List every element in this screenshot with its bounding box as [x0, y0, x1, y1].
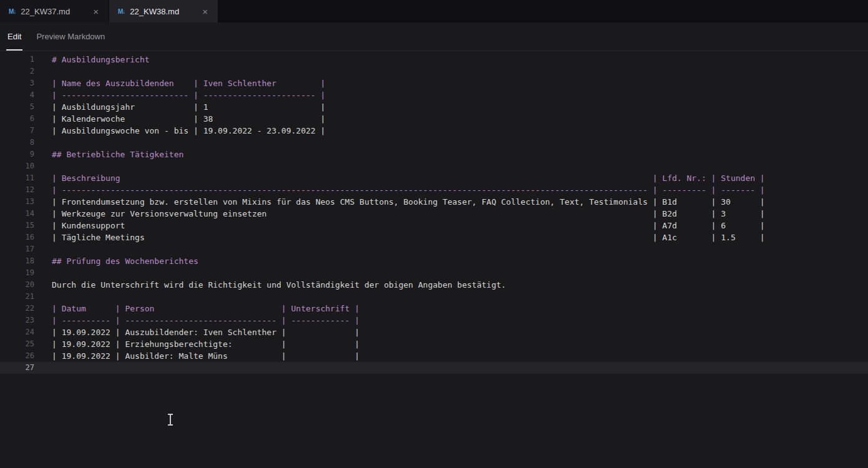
code-line[interactable]: 3| Name des Auszubildenden | Iven Schlen… — [0, 77, 868, 89]
code-line[interactable]: 24| 19.09.2022 | Auszubildender: Iven Sc… — [0, 326, 868, 338]
code-line[interactable]: 21 — [0, 291, 868, 303]
code-text — [34, 243, 52, 255]
code-line[interactable]: 6| Kalenderwoche | 38 | — [0, 113, 868, 125]
line-number: 24 — [0, 326, 34, 338]
line-number: 23 — [0, 314, 34, 326]
code-text — [34, 362, 52, 374]
line-number: 20 — [0, 279, 34, 291]
line-number: 25 — [0, 338, 34, 350]
markdown-file-icon: M↓ — [9, 8, 16, 15]
code-line[interactable]: 14| Werkzeuge zur Versionsverwaltung ein… — [0, 208, 868, 220]
ibeam-bottom-serif — [168, 424, 173, 426]
code-line[interactable]: 2 — [0, 66, 868, 77]
code-line[interactable]: 16| Tägliche Meetings | A1c | 1.5 | — [0, 232, 868, 243]
line-number: 6 — [0, 113, 34, 125]
code-line[interactable]: 1# Ausbildungsbericht — [0, 54, 868, 66]
line-number: 10 — [0, 160, 34, 172]
file-tab-bar: M↓ 22_KW37.md × M↓ 22_KW38.md × — [0, 0, 868, 22]
line-number: 14 — [0, 208, 34, 220]
line-number: 17 — [0, 243, 34, 255]
line-number: 11 — [0, 172, 34, 184]
line-number: 7 — [0, 125, 34, 137]
code-line[interactable]: 8 — [0, 137, 868, 149]
file-tab-22-kw38[interactable]: M↓ 22_KW38.md × — [109, 0, 218, 22]
line-number: 13 — [0, 196, 34, 208]
line-number: 27 — [0, 362, 34, 374]
ibeam-top-serif — [168, 414, 173, 415]
code-text: | 19.09.2022 | Erziehungsberechtigte: | … — [34, 338, 359, 350]
code-line[interactable]: 15| Kundensupport | A7d | 6 | — [0, 220, 868, 232]
code-text: # Ausbildungsbericht — [34, 54, 150, 66]
code-line[interactable]: 25| 19.09.2022 | Erziehungsberechtigte: … — [0, 338, 868, 350]
code-text: | 19.09.2022 | Auszubildender: Iven Schl… — [34, 326, 359, 338]
tab-edit[interactable]: Edit — [0, 22, 29, 51]
tab-preview-markdown-label: Preview Markdown — [36, 32, 105, 41]
line-number: 8 — [0, 137, 34, 149]
code-line[interactable]: 18## Prüfung des Wochenberichtes — [0, 255, 868, 267]
markdown-file-icon: M↓ — [118, 8, 125, 15]
code-text: | 19.09.2022 | Ausbilder: Malte Müns | | — [34, 350, 359, 362]
code-text: | Frontendumsetzung bzw. erstellen von M… — [34, 196, 765, 208]
line-number: 5 — [0, 101, 34, 113]
code-line[interactable]: 13| Frontendumsetzung bzw. erstellen von… — [0, 196, 868, 208]
line-number: 19 — [0, 267, 34, 279]
code-text: Durch die Unterschrift wird die Richtigk… — [34, 279, 506, 291]
line-number: 1 — [0, 54, 34, 66]
code-text — [34, 291, 52, 303]
code-text: | Ausbildungswoche von - bis | 19.09.202… — [34, 125, 325, 137]
code-text: | Ausbildungsjahr | 1 | — [34, 101, 325, 113]
text-cursor-pointer — [167, 414, 173, 426]
code-text — [34, 160, 52, 172]
code-line[interactable]: 4| -------------------------- | --------… — [0, 89, 868, 101]
line-number: 18 — [0, 255, 34, 267]
code-text: | Kalenderwoche | 38 | — [34, 113, 325, 125]
mode-tab-bar: Edit Preview Markdown — [0, 22, 868, 51]
code-text: ## Betriebliche Tätigkeiten — [34, 149, 183, 160]
line-number: 22 — [0, 303, 34, 314]
code-text: | Werkzeuge zur Versionsverwaltung einse… — [34, 208, 765, 220]
code-line[interactable]: 12| ------------------------------------… — [0, 184, 868, 196]
code-line[interactable]: 27 — [0, 362, 868, 374]
line-number: 4 — [0, 89, 34, 101]
code-line[interactable]: 11| Beschreibung | Lfd. Nr.: | Stunden | — [0, 172, 868, 184]
file-tab-label: 22_KW38.md — [130, 7, 179, 16]
code-text: | Name des Auszubildenden | Iven Schlent… — [34, 77, 325, 89]
code-text: | Beschreibung | Lfd. Nr.: | Stunden | — [34, 172, 765, 184]
code-text: | Tägliche Meetings | A1c | 1.5 | — [34, 232, 765, 243]
code-line[interactable]: 9## Betriebliche Tätigkeiten — [0, 149, 868, 160]
code-text: | Kundensupport | A7d | 6 | — [34, 220, 765, 232]
code-line[interactable]: 20Durch die Unterschrift wird die Richti… — [0, 279, 868, 291]
code-line[interactable]: 19 — [0, 267, 868, 279]
line-number: 15 — [0, 220, 34, 232]
tab-edit-label: Edit — [7, 32, 21, 41]
close-icon[interactable]: × — [92, 7, 100, 16]
code-line[interactable]: 10 — [0, 160, 868, 172]
file-tab-22-kw37[interactable]: M↓ 22_KW37.md × — [0, 0, 109, 22]
line-number: 3 — [0, 77, 34, 89]
line-number: 9 — [0, 149, 34, 160]
code-line[interactable]: 23| ---------- | -----------------------… — [0, 314, 868, 326]
code-line[interactable]: 5| Ausbildungsjahr | 1 | — [0, 101, 868, 113]
line-number: 26 — [0, 350, 34, 362]
tab-preview-markdown[interactable]: Preview Markdown — [29, 22, 112, 51]
code-line[interactable]: 26| 19.09.2022 | Ausbilder: Malte Müns |… — [0, 350, 868, 362]
code-text: | --------------------------------------… — [34, 184, 765, 196]
line-number: 2 — [0, 66, 34, 77]
file-tab-label: 22_KW37.md — [21, 7, 70, 16]
ibeam-stem — [170, 415, 171, 424]
code-line[interactable]: 7| Ausbildungswoche von - bis | 19.09.20… — [0, 125, 868, 137]
code-text — [34, 66, 52, 77]
code-line[interactable]: 17 — [0, 243, 868, 255]
code-text: ## Prüfung des Wochenberichtes — [34, 255, 198, 267]
line-number: 12 — [0, 184, 34, 196]
close-icon[interactable]: × — [201, 7, 209, 16]
code-text — [34, 267, 52, 279]
code-text: | Datum | Person | Unterschrift | — [34, 303, 359, 314]
code-line[interactable]: 22| Datum | Person | Unterschrift | — [0, 303, 868, 314]
line-number: 21 — [0, 291, 34, 303]
code-text: | ---------- | -------------------------… — [34, 314, 359, 326]
line-number: 16 — [0, 232, 34, 243]
code-text — [34, 137, 52, 149]
code-text: | -------------------------- | ---------… — [34, 89, 325, 101]
editor[interactable]: 1# Ausbildungsbericht23| Name des Auszub… — [0, 51, 868, 374]
